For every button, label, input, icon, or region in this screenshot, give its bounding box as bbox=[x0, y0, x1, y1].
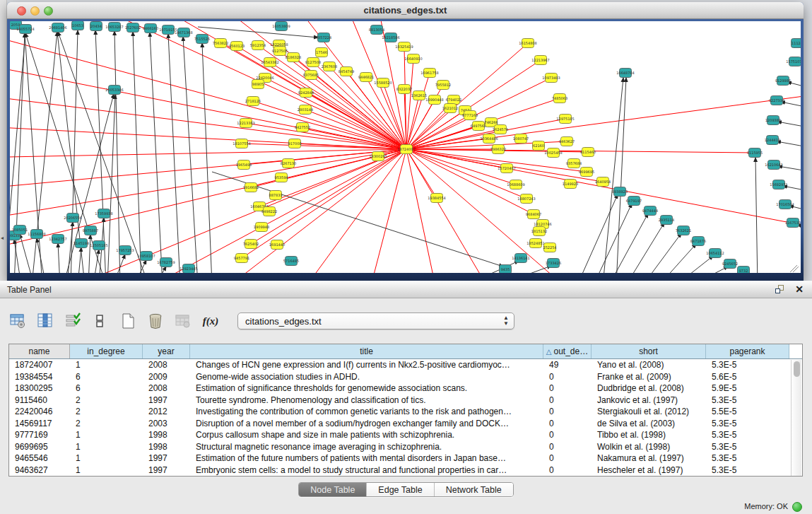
table-cell[interactable]: 18300295 bbox=[9, 382, 70, 395]
graph-node[interactable]: 16154808 bbox=[519, 39, 536, 48]
graph-node[interactable]: 19384554 bbox=[428, 194, 445, 203]
graph-node[interactable]: 14136141 bbox=[512, 254, 529, 263]
graph-edge[interactable] bbox=[778, 166, 801, 172]
graph-edge[interactable] bbox=[155, 267, 166, 273]
graph-node[interactable]: 9474444 bbox=[642, 206, 658, 216]
graph-edge[interactable] bbox=[202, 43, 212, 273]
table-cell[interactable]: 0 bbox=[543, 418, 592, 430]
table-cell[interactable]: 2009 bbox=[143, 371, 190, 383]
graph-node[interactable]: 12342757 bbox=[49, 235, 66, 244]
table-cell[interactable]: Genome-wide association studies in ADHD. bbox=[190, 371, 543, 383]
table-cell[interactable]: Changes of HCN gene expression and I(f) … bbox=[190, 359, 543, 371]
graph-node[interactable]: 15588520 bbox=[374, 78, 392, 88]
graph-node[interactable]: 18524851 bbox=[526, 239, 544, 248]
graph-node[interactable]: 1527602 bbox=[125, 23, 141, 33]
graph-edge[interactable] bbox=[270, 62, 406, 149]
table-cell[interactable]: Dudbridge et al. (2008) bbox=[592, 382, 706, 395]
graph-node[interactable]: 9560123 bbox=[229, 42, 245, 51]
table-cell[interactable]: 9465546 bbox=[9, 452, 70, 465]
table-cell[interactable]: 2 bbox=[70, 406, 143, 418]
table-cell[interactable]: 6 bbox=[70, 382, 143, 395]
canvas-resize-grip[interactable] bbox=[790, 265, 799, 272]
graph-node[interactable]: 12923445 bbox=[180, 264, 197, 274]
table-cell[interactable]: 19384554 bbox=[9, 371, 70, 383]
graph-edge[interactable] bbox=[406, 149, 437, 198]
table-cell[interactable]: 2003 bbox=[143, 418, 190, 430]
graph-node[interactable]: 10025458 bbox=[544, 148, 562, 158]
table-cell[interactable]: Embryonic stem cells: a model to study s… bbox=[190, 465, 543, 477]
table-cell[interactable]: Corpus callosum shape and size in male p… bbox=[190, 429, 543, 441]
graph-node[interactable]: 7632621 bbox=[676, 226, 691, 235]
table-cell[interactable]: 5.3E-5 bbox=[706, 441, 789, 453]
graph-node[interactable]: 10688609 bbox=[507, 180, 524, 189]
graph-node[interactable]: 1149923 bbox=[563, 180, 578, 189]
table-cell[interactable]: 18724007 bbox=[9, 359, 70, 371]
table-cell[interactable]: Structural magnetic resonance image aver… bbox=[190, 441, 543, 453]
graph-edge[interactable] bbox=[406, 78, 551, 149]
show-columns-icon[interactable] bbox=[36, 312, 54, 330]
graph-edge[interactable] bbox=[57, 21, 406, 149]
table-cell[interactable]: 9699695 bbox=[9, 441, 70, 453]
column-header-outde[interactable]: △out_de… bbox=[543, 344, 592, 358]
table-cell[interactable]: 0 bbox=[543, 452, 592, 465]
graph-node[interactable]: 9227334 bbox=[769, 96, 784, 105]
graph-edge[interactable] bbox=[133, 32, 141, 273]
graph-node[interactable]: 2803144 bbox=[298, 105, 313, 115]
table-cell[interactable]: 1998 bbox=[143, 441, 190, 453]
graph-node[interactable]: 11156808 bbox=[28, 230, 45, 239]
column-header-pagerank[interactable]: pagerank bbox=[706, 344, 789, 358]
graph-node[interactable]: 9975887 bbox=[83, 226, 98, 235]
graph-node[interactable]: 1621012 bbox=[442, 104, 458, 113]
table-settings-icon[interactable] bbox=[8, 312, 27, 330]
table-cell[interactable]: 0 bbox=[543, 371, 592, 383]
graph-node[interactable]: 9242844 bbox=[298, 88, 314, 98]
row-height-icon[interactable] bbox=[91, 312, 110, 330]
close-panel-icon[interactable]: ✕ bbox=[795, 284, 804, 295]
graph-edge[interactable] bbox=[367, 149, 406, 273]
window-titlebar[interactable]: citations_edges.txt bbox=[7, 2, 804, 19]
table-cell[interactable]: 2012 bbox=[143, 406, 190, 418]
table-cell[interactable]: 5.3E-5 bbox=[706, 429, 789, 441]
table-cell[interactable]: 1 bbox=[70, 441, 143, 453]
graph-node[interactable]: 8267130 bbox=[281, 159, 296, 168]
graph-node[interactable]: 17016504 bbox=[776, 200, 794, 209]
citation-network-graph[interactable]: 2059140557242069140610653204341065328715… bbox=[10, 21, 801, 273]
graph-edge[interactable] bbox=[198, 27, 318, 37]
column-header-short[interactable]: short bbox=[592, 344, 706, 358]
table-cell[interactable]: 1997 bbox=[143, 465, 190, 477]
graph-node[interactable]: 7986322 bbox=[490, 145, 506, 154]
tab-edge-table[interactable]: Edge Table bbox=[367, 483, 434, 496]
table-cell[interactable]: de Silva et al. (2003) bbox=[592, 418, 706, 430]
graph-node[interactable]: 7485063 bbox=[552, 94, 567, 103]
graph-node[interactable]: 20053346 bbox=[105, 86, 123, 95]
delete-trash-icon[interactable] bbox=[146, 312, 165, 330]
graph-node[interactable]: 2935114 bbox=[659, 216, 674, 225]
table-cell[interactable]: 5.3E-5 bbox=[706, 418, 789, 430]
graph-node[interactable]: 12975185 bbox=[556, 115, 574, 124]
graph-node[interactable]: 20364486 bbox=[480, 134, 498, 144]
graph-node[interactable]: 9435 bbox=[500, 265, 512, 274]
table-cell[interactable]: 1 bbox=[70, 429, 143, 441]
graph-node[interactable]: 15692971 bbox=[770, 180, 787, 189]
table-cell[interactable]: 6 bbox=[70, 371, 143, 383]
graph-node[interactable]: 8375685 bbox=[303, 71, 319, 80]
table-cell[interactable]: 2008 bbox=[143, 382, 190, 395]
table-cell[interactable]: Hescheler et al. (1997) bbox=[592, 465, 706, 477]
graph-node[interactable]: 1244419 bbox=[765, 136, 780, 145]
new-document-icon[interactable] bbox=[119, 312, 137, 330]
table-cell[interactable]: Yano et al. (2008) bbox=[592, 359, 706, 371]
graph-node[interactable]: 16053809 bbox=[272, 22, 290, 31]
graph-node[interactable]: 5912354 bbox=[250, 41, 266, 50]
graph-node[interactable]: 98905 bbox=[252, 80, 264, 89]
table-cell[interactable]: 2 bbox=[70, 395, 143, 407]
graph-edge[interactable] bbox=[783, 186, 801, 192]
table-cell[interactable]: 22420046 bbox=[9, 406, 70, 418]
collapse-panel-arrow-icon[interactable]: ◂ bbox=[1, 235, 4, 241]
table-cell[interactable]: 1998 bbox=[143, 429, 190, 441]
network-canvas[interactable]: 2059140557242069140610653204341065328715… bbox=[10, 21, 801, 273]
graph-node[interactable]: 1733426 bbox=[546, 259, 561, 268]
graph-edge[interactable] bbox=[150, 33, 163, 273]
graph-node[interactable]: 18807243 bbox=[517, 194, 535, 204]
table-cell[interactable]: 2008 bbox=[143, 359, 190, 371]
table-header-row[interactable]: namein_degreeyeartitle△out_de…shortpager… bbox=[9, 344, 802, 359]
